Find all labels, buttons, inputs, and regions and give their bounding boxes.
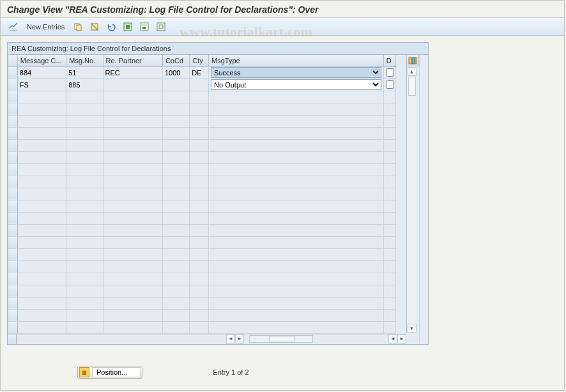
cell-d[interactable]: [383, 66, 395, 79]
cell-cocd[interactable]: [162, 91, 189, 103]
cell-re_partner[interactable]: [103, 260, 162, 273]
cell-msg_no[interactable]: [66, 224, 103, 236]
cell-cty[interactable]: [190, 248, 209, 260]
cell-d[interactable]: [383, 309, 395, 321]
cell-d[interactable]: [383, 297, 395, 309]
input-cty[interactable]: [192, 81, 206, 89]
cell-msg_no[interactable]: [66, 66, 103, 79]
cell-cocd[interactable]: [162, 139, 189, 151]
cell-cocd[interactable]: [162, 236, 189, 248]
copy-as-button[interactable]: [70, 20, 86, 33]
cell-msgtype[interactable]: SuccessNo Output: [209, 66, 384, 79]
cell-msg_no[interactable]: [66, 139, 103, 151]
row-selector[interactable]: [8, 66, 18, 79]
cell-cocd[interactable]: [162, 285, 189, 297]
cell-msgtype[interactable]: [209, 91, 384, 103]
cell-msgtype[interactable]: [209, 285, 384, 297]
cell-msg_class[interactable]: [17, 260, 66, 273]
checkbox-d[interactable]: [386, 68, 394, 77]
cell-cocd[interactable]: [162, 248, 189, 260]
cell-msg_class[interactable]: [17, 163, 66, 176]
cell-re_partner[interactable]: [103, 139, 162, 151]
cell-msg_class[interactable]: [17, 176, 66, 188]
row-selector[interactable]: [8, 91, 18, 103]
cell-re_partner[interactable]: [103, 285, 162, 297]
input-msg_class[interactable]: [20, 81, 64, 89]
cell-cty[interactable]: [190, 321, 209, 333]
cell-cocd[interactable]: [162, 273, 189, 285]
checkbox-d[interactable]: [386, 80, 394, 89]
cell-cocd[interactable]: [162, 297, 189, 309]
cell-msgtype[interactable]: [209, 176, 384, 188]
cell-msg_no[interactable]: [66, 212, 103, 224]
cell-re_partner[interactable]: [103, 273, 162, 285]
cell-msgtype[interactable]: [209, 115, 384, 127]
input-msg_no[interactable]: [68, 81, 100, 89]
cell-cty[interactable]: [190, 151, 209, 163]
cell-cocd[interactable]: [162, 176, 189, 188]
cell-cty[interactable]: [190, 309, 209, 321]
configure-columns-button[interactable]: [406, 55, 419, 66]
msgtype-select[interactable]: SuccessNo Output: [211, 67, 381, 78]
cell-d[interactable]: [383, 115, 395, 127]
row-selector[interactable]: [8, 139, 18, 151]
row-selector[interactable]: [8, 212, 18, 224]
cell-msg_class[interactable]: [17, 321, 66, 333]
input-re_partner[interactable]: [105, 69, 160, 77]
cell-re_partner[interactable]: [103, 297, 162, 309]
cell-re_partner[interactable]: [103, 188, 162, 200]
row-selector-header[interactable]: [8, 55, 18, 66]
hscroll-right-2[interactable]: ►: [397, 335, 406, 343]
col-msg-no[interactable]: Msg.No.: [66, 55, 103, 66]
cell-d[interactable]: [383, 127, 395, 139]
cell-cty[interactable]: [190, 297, 209, 309]
cell-cty[interactable]: [190, 224, 209, 236]
cell-msg_no[interactable]: [66, 115, 103, 127]
cell-msgtype[interactable]: [209, 321, 384, 333]
cell-cty[interactable]: [190, 103, 209, 115]
cell-msg_class[interactable]: [17, 127, 66, 139]
cell-d[interactable]: [383, 91, 395, 103]
row-selector[interactable]: [8, 260, 18, 273]
cell-re_partner[interactable]: [103, 66, 162, 79]
cell-cocd[interactable]: [162, 224, 189, 236]
cell-re_partner[interactable]: [103, 176, 162, 188]
cell-msg_no[interactable]: [66, 151, 103, 163]
cell-msg_class[interactable]: [17, 285, 66, 297]
cell-msg_no[interactable]: [66, 176, 103, 188]
cell-cty[interactable]: [190, 115, 209, 127]
cell-d[interactable]: [383, 285, 395, 297]
col-cty[interactable]: Cty: [190, 55, 209, 66]
cell-cocd[interactable]: [162, 151, 189, 163]
cell-cty[interactable]: [190, 66, 209, 79]
col-d[interactable]: D: [383, 55, 395, 66]
cell-d[interactable]: [383, 273, 395, 285]
cell-re_partner[interactable]: [103, 224, 162, 236]
cell-re_partner[interactable]: [103, 151, 162, 163]
cell-msg_no[interactable]: [66, 273, 103, 285]
cell-re_partner[interactable]: [103, 91, 162, 103]
cell-msg_no[interactable]: [66, 285, 103, 297]
row-selector[interactable]: [8, 224, 18, 236]
cell-d[interactable]: [383, 224, 395, 236]
cell-msg_no[interactable]: [66, 297, 103, 309]
cell-d[interactable]: [383, 260, 395, 273]
delete-button[interactable]: [87, 20, 102, 33]
cell-msg_class[interactable]: [17, 66, 66, 79]
cell-msgtype[interactable]: [209, 236, 384, 248]
cell-cty[interactable]: [190, 79, 209, 91]
cell-cocd[interactable]: [162, 103, 189, 115]
cell-msg_no[interactable]: [66, 127, 103, 139]
cell-msg_no[interactable]: [66, 163, 103, 176]
cell-msgtype[interactable]: [209, 200, 384, 212]
cell-cty[interactable]: [190, 176, 209, 188]
row-selector[interactable]: [8, 163, 18, 176]
cell-re_partner[interactable]: [103, 115, 162, 127]
cell-d[interactable]: [383, 151, 395, 163]
row-selector[interactable]: [8, 285, 18, 297]
cell-msg_class[interactable]: [17, 273, 66, 285]
cell-msg_class[interactable]: [17, 79, 66, 91]
input-cty[interactable]: [192, 69, 206, 77]
cell-d[interactable]: [383, 236, 395, 248]
cell-msg_class[interactable]: [17, 200, 66, 212]
